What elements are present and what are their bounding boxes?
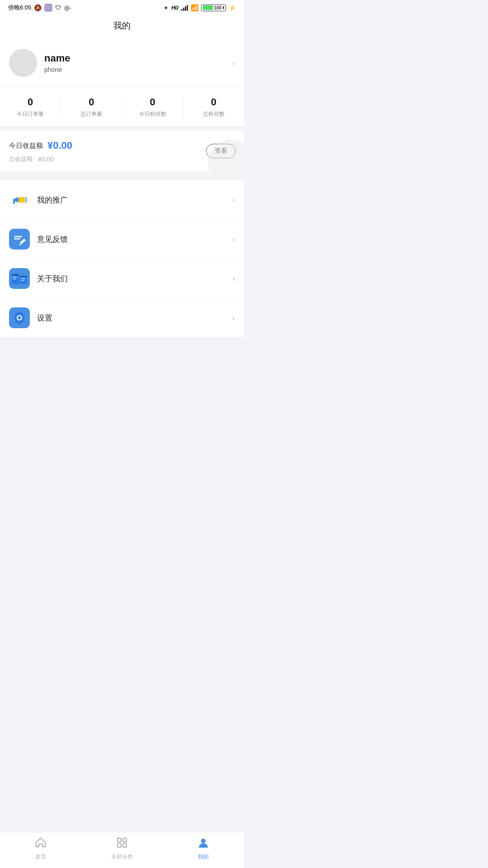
menu-label-about: 关于我们	[37, 274, 232, 284]
settings-icon	[9, 307, 30, 328]
menu-label-feedback: 意见反馈	[37, 234, 232, 245]
svg-rect-14	[21, 278, 25, 279]
svg-rect-13	[13, 278, 16, 279]
promo-icon	[9, 189, 30, 210]
svg-rect-12	[13, 277, 17, 278]
menu-chevron-promo: ›	[232, 195, 235, 205]
bottom-spacer	[0, 337, 244, 410]
profile-section[interactable]: name phone ›	[0, 39, 244, 87]
svg-rect-11	[20, 276, 27, 277]
status-icons: ✴ HD 📶 100 ⚡	[164, 4, 236, 11]
profile-chevron: ›	[232, 58, 235, 68]
menu-section: 我的推广 › 意见反馈 ›	[0, 180, 244, 337]
earnings-section: 今日收益额 ¥0.00 总收益额 ¥0.00 查看	[0, 131, 244, 171]
svg-rect-9	[12, 274, 19, 276]
svg-rect-15	[21, 280, 24, 281]
hd-label: HD	[171, 5, 178, 10]
menu-item-about[interactable]: 关于我们 ›	[0, 259, 244, 298]
section-divider-1	[0, 126, 244, 131]
menu-chevron-about: ›	[232, 274, 235, 283]
menu-label-promo: 我的推广	[37, 195, 232, 205]
menu-chevron-feedback: ›	[232, 235, 235, 244]
avatar	[9, 49, 37, 77]
stat-today-fans: 0 今日粉丝数	[122, 96, 183, 118]
earnings-total-row: 总收益额 ¥0.00	[9, 155, 235, 163]
earnings-total-label: 总收益额	[9, 155, 33, 163]
svg-rect-0	[19, 197, 25, 203]
status-bar: 傍晚6:05 🔕 🛡 ◎· ✴ HD 📶 100 ⚡	[0, 0, 244, 14]
feedback-icon	[9, 229, 30, 250]
menu-item-feedback[interactable]: 意见反馈 ›	[0, 220, 244, 259]
profile-name: name	[44, 52, 232, 64]
earnings-today-row: 今日收益额 ¥0.00	[9, 140, 235, 151]
menu-chevron-settings: ›	[232, 313, 235, 323]
wifi-icon: 📶	[191, 4, 198, 11]
app-icon	[44, 4, 52, 12]
stat-total-fans: 0 总粉丝数	[183, 96, 244, 118]
status-time: 傍晚6:05 🔕 🛡 ◎·	[8, 4, 71, 12]
svg-rect-2	[13, 201, 15, 204]
bluetooth-icon: ✴	[164, 5, 169, 11]
profile-info: name phone	[44, 52, 232, 73]
menu-label-settings: 设置	[37, 313, 232, 323]
section-divider-2	[0, 171, 244, 176]
notification-icon: 🔕	[34, 4, 42, 11]
svg-rect-5	[14, 238, 20, 240]
menu-item-settings[interactable]: 设置 ›	[0, 298, 244, 337]
location-icon: ◎·	[64, 4, 71, 11]
page-title: 我的	[0, 14, 244, 39]
profile-phone: phone	[44, 66, 232, 73]
menu-item-promo[interactable]: 我的推广 ›	[0, 180, 244, 220]
stat-total-orders: 0 总订单量	[61, 96, 122, 118]
charging-icon: ⚡	[229, 5, 236, 11]
shield-icon: 🛡	[55, 4, 61, 11]
earnings-total-value: ¥0.00	[36, 156, 54, 163]
svg-point-18	[18, 316, 21, 320]
battery-indicator: 100	[201, 5, 226, 11]
stats-section: 0 今日订单量 0 总订单量 0 今日粉丝数 0 总粉丝数	[0, 87, 244, 126]
about-icon	[9, 268, 30, 289]
earnings-today-value: ¥0.00	[47, 140, 72, 151]
stat-today-orders: 0 今日订单量	[0, 96, 61, 118]
svg-rect-4	[14, 236, 22, 237]
earnings-today-label: 今日收益额	[9, 142, 43, 150]
signal-icon	[181, 5, 188, 11]
